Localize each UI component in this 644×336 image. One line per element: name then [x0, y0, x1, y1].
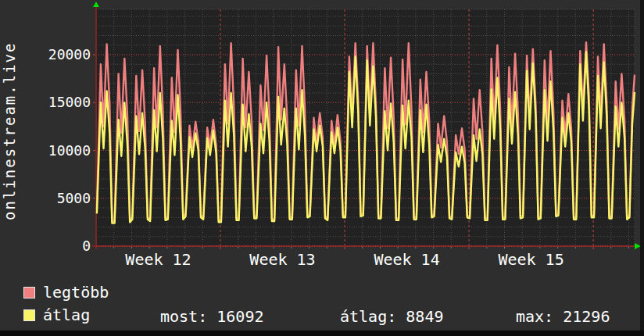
y-tick-15000: 15000	[28, 95, 91, 109]
legend-item-atlag: átlag	[23, 309, 90, 321]
legend-item-legtobb: legtöbb	[23, 286, 109, 298]
legend-swatch-legtobb	[23, 287, 35, 298]
stat-atlag: átlag: 8849	[340, 307, 443, 326]
y-tick-20000: 20000	[28, 48, 91, 62]
y-tick-5000: 5000	[28, 191, 91, 206]
x-tick-week-12: Week 12	[125, 250, 191, 269]
legend-swatch-atlag	[23, 309, 35, 321]
y-tick-0: 0	[28, 239, 91, 253]
vertical-site-title: onlinestream.live	[0, 31, 19, 231]
legend-label-legtobb: legtöbb	[43, 286, 109, 298]
rrd-graph: onlinestream.live 05000100001500020000 W…	[0, 0, 644, 336]
stat-max: max: 21296	[516, 307, 610, 326]
right-edge-strip	[640, 0, 644, 336]
axis-arrow	[93, 2, 99, 7]
x-tick-week-15: Week 15	[498, 250, 564, 269]
legend-label-atlag: átlag	[43, 309, 90, 321]
x-tick-week-14: Week 14	[374, 250, 439, 269]
stat-most: most: 16092	[160, 307, 263, 326]
x-tick-week-13: Week 13	[249, 250, 315, 269]
y-tick-10000: 10000	[28, 144, 91, 158]
bottom-edge-strip	[0, 331, 644, 336]
